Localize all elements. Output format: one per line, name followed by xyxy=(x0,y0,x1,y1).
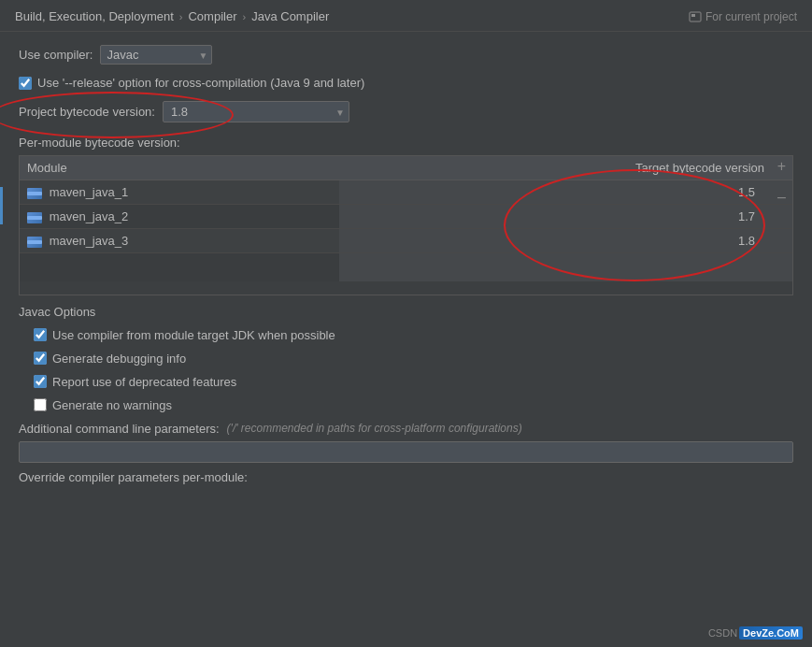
breadcrumb-current: Java Compiler xyxy=(251,9,329,23)
breadcrumb-sep1: › xyxy=(179,11,183,22)
javac-options-section: Javac Options Use compiler from module t… xyxy=(19,305,793,484)
watermark: CSDN DevZe.CoM xyxy=(708,626,803,640)
bytecode-label: Project bytecode version: xyxy=(19,105,155,119)
cross-compile-row: Use '--release' option for cross-compila… xyxy=(19,76,793,90)
module-table-wrapper: Module Target bytecode version maven_jav… xyxy=(19,155,793,295)
col-module: Module xyxy=(20,156,339,180)
table-remove-button[interactable]: – xyxy=(775,189,789,206)
settings-panel: Build, Execution, Deployment › Compiler … xyxy=(0,0,812,647)
breadcrumb-part1: Build, Execution, Deployment xyxy=(15,9,174,23)
javac-opt4-row: Generate no warnings xyxy=(34,398,793,412)
svg-rect-1 xyxy=(691,14,695,17)
col-target-version: Target bytecode version xyxy=(339,156,792,180)
bytecode-section: Project bytecode version: 1.5 1.6 1.7 1.… xyxy=(19,99,793,124)
main-content: Use compiler: Javac Eclipse Ajc ▼ Use '-… xyxy=(0,32,812,497)
watermark-devze: DevZe.CoM xyxy=(739,626,803,640)
javac-opt2-row: Generate debugging info xyxy=(34,352,793,366)
javac-opt3-row: Report use of deprecated features xyxy=(34,375,793,389)
watermark-csdn: CSDN xyxy=(708,627,737,639)
table-row: maven_java_1 1.5 xyxy=(20,180,792,205)
javac-opt1-checkbox[interactable] xyxy=(34,328,47,341)
javac-options-title: Javac Options xyxy=(19,305,793,319)
module-icon-3 xyxy=(27,237,42,248)
compiler-row: Use compiler: Javac Eclipse Ajc ▼ xyxy=(19,45,793,65)
module-table: Module Target bytecode version maven_jav… xyxy=(20,156,792,281)
bytecode-dropdown[interactable]: 1.5 1.6 1.7 1.8 1.9 xyxy=(163,101,349,122)
additional-params-hint: ('/' recommended in paths for cross-plat… xyxy=(227,422,522,435)
left-accent-bar xyxy=(0,187,3,224)
module-version-3: 1.8 xyxy=(339,229,792,253)
per-module-label: Per-module bytecode version: xyxy=(19,136,793,150)
cross-compile-label[interactable]: Use '--release' option for cross-compila… xyxy=(37,76,364,90)
module-version-2: 1.7 xyxy=(339,205,792,229)
compiler-dropdown-wrapper: Javac Eclipse Ajc ▼ xyxy=(100,45,212,65)
javac-opt3-label[interactable]: Report use of deprecated features xyxy=(52,375,236,389)
additional-params-input[interactable] xyxy=(19,441,793,463)
override-label: Override compiler parameters per-module: xyxy=(19,470,793,484)
breadcrumb: Build, Execution, Deployment › Compiler … xyxy=(15,9,329,23)
breadcrumb-bar: Build, Execution, Deployment › Compiler … xyxy=(0,0,812,32)
javac-opt4-checkbox[interactable] xyxy=(34,398,47,411)
breadcrumb-part2: Compiler xyxy=(188,9,236,23)
javac-opt1-label[interactable]: Use compiler from module target JDK when… xyxy=(52,328,335,342)
table-row: maven_java_2 1.7 xyxy=(20,205,792,229)
compiler-label: Use compiler: xyxy=(19,48,93,62)
module-icon-2 xyxy=(27,212,42,223)
additional-params-label: Additional command line parameters: xyxy=(19,422,220,436)
javac-opt2-checkbox[interactable] xyxy=(34,352,47,365)
table-add-button[interactable]: + xyxy=(775,159,789,174)
module-name-1: maven_java_1 xyxy=(20,180,339,205)
additional-params-row: Additional command line parameters: ('/'… xyxy=(19,422,793,436)
bytecode-row: Project bytecode version: 1.5 1.6 1.7 1.… xyxy=(19,99,793,124)
javac-opt4-label[interactable]: Generate no warnings xyxy=(52,398,172,412)
for-current-project: For current project xyxy=(689,10,797,23)
bytecode-dropdown-wrapper: 1.5 1.6 1.7 1.8 1.9 ▼ xyxy=(163,101,349,122)
module-icon-1 xyxy=(27,188,42,199)
javac-opt2-label[interactable]: Generate debugging info xyxy=(52,352,186,366)
table-empty-row xyxy=(20,253,792,281)
cross-compile-checkbox[interactable] xyxy=(19,77,32,90)
per-module-table-container: Module Target bytecode version maven_jav… xyxy=(19,155,793,295)
javac-opt1-row: Use compiler from module target JDK when… xyxy=(34,328,793,342)
table-row: maven_java_3 1.8 xyxy=(20,229,792,253)
breadcrumb-sep2: › xyxy=(243,11,247,22)
project-icon xyxy=(689,10,702,23)
module-version-1: 1.5 xyxy=(339,180,792,205)
javac-opt3-checkbox[interactable] xyxy=(34,375,47,388)
compiler-dropdown[interactable]: Javac Eclipse Ajc xyxy=(100,45,212,65)
module-name-2: maven_java_2 xyxy=(20,205,339,229)
module-name-3: maven_java_3 xyxy=(20,229,339,253)
